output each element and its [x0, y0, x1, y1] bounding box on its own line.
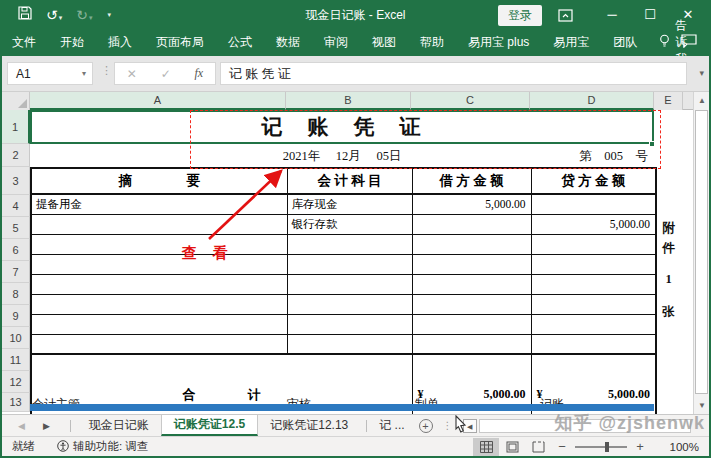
row-header-7[interactable]: 7 [2, 261, 30, 283]
empty-cell[interactable] [412, 274, 531, 294]
voucher-title-cell[interactable]: 记 账 凭 证 [30, 110, 654, 144]
tab-yiyongbao-plus[interactable]: 易用宝 plus [456, 28, 541, 56]
tab-yiyongbao[interactable]: 易用宝 [541, 28, 601, 56]
comments-icon[interactable] [681, 34, 697, 51]
formula-input[interactable]: 记 账 凭 证 [220, 62, 687, 85]
empty-cell[interactable] [412, 314, 531, 334]
column-header-d[interactable]: D [530, 92, 654, 110]
tab-home[interactable]: 开始 [48, 28, 96, 56]
empty-cell[interactable] [287, 234, 412, 254]
new-sheet-icon[interactable]: + [419, 419, 433, 433]
header-credit[interactable]: 贷 方 金 额 [531, 168, 656, 194]
horizontal-scrollbar-thumb[interactable] [30, 404, 654, 411]
tab-insert[interactable]: 插入 [96, 28, 144, 56]
entry-summary-cell[interactable]: 提备用金 [31, 194, 287, 214]
empty-cell[interactable] [412, 294, 531, 314]
scroll-up-icon[interactable]: ▲ [694, 92, 709, 109]
zoom-percentage[interactable]: 100% [657, 441, 699, 453]
empty-cell[interactable] [412, 334, 531, 354]
row-header-6[interactable]: 6 [2, 239, 30, 261]
tab-team[interactable]: 团队 [601, 28, 649, 56]
row-header-13[interactable]: 13 [2, 393, 30, 412]
empty-cell[interactable] [412, 254, 531, 274]
header-account[interactable]: 会 计 科 目 [287, 168, 412, 194]
ribbon-display-options-icon[interactable] [558, 9, 573, 22]
entry-credit-cell[interactable] [531, 194, 656, 214]
redo-button[interactable]: ↻▾ [76, 6, 92, 24]
row-header-4[interactable]: 4 [2, 195, 30, 217]
tab-review[interactable]: 审阅 [312, 28, 360, 56]
empty-cell[interactable] [531, 294, 656, 314]
column-header-a[interactable]: A [30, 92, 286, 110]
entry-account-cell[interactable]: 库存现金 [287, 194, 412, 214]
row-header-12[interactable]: 12 [2, 371, 30, 393]
entry-summary-cell[interactable] [31, 214, 287, 234]
entry-account-cell[interactable]: 银行存款 [287, 214, 412, 234]
empty-cell[interactable] [287, 254, 412, 274]
empty-cell[interactable] [531, 314, 656, 334]
empty-cell[interactable] [31, 314, 287, 334]
empty-cell[interactable] [531, 254, 656, 274]
vertical-scrollbar[interactable]: ▲ ▼ [693, 92, 709, 414]
page-break-view-icon[interactable] [525, 438, 551, 456]
insert-function-icon[interactable]: fx [194, 66, 203, 81]
sheet-tab-voucher-12-5[interactable]: 记账凭证12.5 [161, 415, 258, 436]
empty-cell[interactable] [31, 334, 287, 354]
tab-help[interactable]: 帮助 [408, 28, 456, 56]
zoom-out-button[interactable]: − [551, 439, 573, 454]
confirm-entry-icon[interactable]: ✓ [161, 67, 171, 81]
row-header-1[interactable]: 1 [2, 110, 30, 144]
row-header-11[interactable]: 11 [2, 349, 30, 371]
row-header-3[interactable]: 3 [2, 167, 30, 195]
empty-cell[interactable] [287, 314, 412, 334]
tab-file[interactable]: 文件 [4, 28, 48, 56]
empty-cell[interactable] [531, 274, 656, 294]
sheet-tab-voucher-12-13[interactable]: 记账凭证12.13 [258, 415, 360, 436]
header-debit[interactable]: 借 方 金 额 [412, 168, 531, 194]
name-box-dropdown-icon[interactable]: ▾ [82, 69, 92, 78]
cancel-entry-icon[interactable]: ✕ [127, 67, 137, 81]
sheet-tab-truncated[interactable]: 记 ... [373, 415, 410, 436]
entry-credit-cell[interactable]: 5,000.00 [531, 214, 656, 234]
sheet-nav-right-icon[interactable]: ▶ [43, 421, 50, 431]
minimize-button[interactable]: ─ [593, 2, 631, 28]
zoom-slider[interactable] [575, 446, 627, 448]
tab-data[interactable]: 数据 [264, 28, 312, 56]
expand-formula-bar-icon[interactable]: ▾ [699, 68, 704, 78]
undo-button[interactable]: ↺▾ [46, 6, 62, 24]
select-all-corner[interactable] [2, 92, 30, 110]
empty-cell[interactable] [287, 274, 412, 294]
customize-qat-icon[interactable]: ▾ [108, 11, 112, 19]
column-header-b[interactable]: B [286, 92, 411, 110]
normal-view-icon[interactable] [473, 438, 499, 456]
empty-cell[interactable] [31, 234, 287, 254]
column-header-c[interactable]: C [411, 92, 530, 110]
vertical-scrollbar-thumb[interactable] [695, 110, 708, 394]
voucher-date-row[interactable]: 2021年 12月 05日 第 005 号 [30, 145, 654, 167]
name-box[interactable]: A1 ▾ [7, 62, 93, 85]
page-layout-view-icon[interactable] [499, 438, 525, 456]
entry-debit-cell[interactable] [412, 214, 531, 234]
row-header-10[interactable]: 10 [2, 327, 30, 349]
undo-dropdown-icon[interactable]: ▾ [59, 14, 63, 21]
tab-formulas[interactable]: 公式 [216, 28, 264, 56]
empty-cell[interactable] [287, 334, 412, 354]
accessibility-status[interactable]: 辅助功能: 调查 [57, 439, 148, 454]
empty-cell[interactable] [287, 294, 412, 314]
sheet-nav-left-icon[interactable]: ◀ [18, 421, 25, 431]
column-header-e[interactable]: E [654, 92, 683, 110]
empty-cell[interactable] [31, 254, 287, 274]
empty-cell[interactable] [31, 294, 287, 314]
header-summary[interactable]: 摘 要 [31, 168, 287, 194]
more-options-icon[interactable]: ⋮ [443, 420, 453, 431]
row-header-5[interactable]: 5 [2, 217, 30, 239]
zoom-in-button[interactable]: + [629, 439, 651, 454]
empty-cell[interactable] [31, 274, 287, 294]
empty-cell[interactable] [531, 234, 656, 254]
entry-debit-cell[interactable]: 5,000.00 [412, 194, 531, 214]
row-header-2[interactable]: 2 [2, 144, 30, 167]
sheet-tab-cash-journal[interactable]: 现金日记账 [77, 415, 161, 436]
empty-cell[interactable] [412, 234, 531, 254]
row-header-9[interactable]: 9 [2, 305, 30, 327]
login-button[interactable]: 登录 [498, 5, 542, 26]
